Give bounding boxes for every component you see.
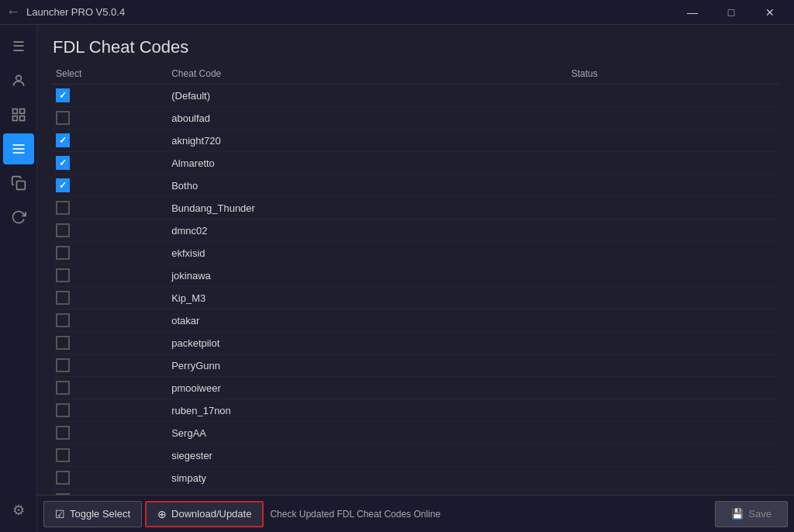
sidebar-item-refresh[interactable] xyxy=(3,202,34,233)
checkbox-3[interactable] xyxy=(56,133,70,147)
table-cell-name: Kip_M3 xyxy=(168,287,568,309)
checkbox-1[interactable] xyxy=(56,88,70,102)
col-header-select: Select xyxy=(53,64,168,85)
table-cell-status xyxy=(568,332,778,354)
table-cell-status xyxy=(568,174,778,197)
table-row: aknight720 xyxy=(53,130,778,152)
table-row: simpaty xyxy=(53,467,778,489)
checkbox-11[interactable] xyxy=(56,313,70,327)
checkbox-10[interactable] xyxy=(56,291,70,305)
checkbox-5[interactable] xyxy=(56,178,70,192)
sidebar-item-copy[interactable] xyxy=(3,168,34,199)
download-update-button[interactable]: ⊕ Download/Update xyxy=(145,501,264,527)
close-button[interactable]: ✕ xyxy=(752,0,788,25)
svg-rect-3 xyxy=(12,116,17,121)
maximize-button[interactable]: □ xyxy=(713,0,749,25)
toggle-select-icon: ☑ xyxy=(55,508,65,520)
main-layout: ☰ ⚙ xyxy=(0,25,794,532)
table-cell-select xyxy=(53,309,168,332)
table-cell-name: PerryGunn xyxy=(168,354,568,377)
table-cell-status xyxy=(568,107,778,130)
checkbox-17[interactable] xyxy=(56,448,70,462)
sidebar-item-list[interactable] xyxy=(3,133,34,164)
checkbox-2[interactable] xyxy=(56,111,70,125)
table-cell-status xyxy=(568,377,778,399)
footer: ☑ Toggle Select ⊕ Download/Update Check … xyxy=(37,495,794,532)
window-controls: — □ ✕ xyxy=(675,0,788,25)
table-cell-status xyxy=(568,399,778,422)
table-cell-select xyxy=(53,152,168,174)
checkbox-8[interactable] xyxy=(56,246,70,260)
table-cell-select xyxy=(53,377,168,399)
checkbox-7[interactable] xyxy=(56,223,70,237)
col-header-cheat: Cheat Code xyxy=(168,64,568,85)
sidebar-item-user[interactable] xyxy=(3,65,34,96)
table-cell-select xyxy=(53,422,168,444)
table-row: otakar xyxy=(53,309,778,332)
table-cell-select xyxy=(53,489,168,496)
sidebar-item-menu[interactable]: ☰ xyxy=(3,31,34,62)
table-cell-status xyxy=(568,242,778,264)
table-cell-select xyxy=(53,85,168,107)
checkbox-18[interactable] xyxy=(56,471,70,485)
table-row: SergAA xyxy=(53,422,778,444)
table-cell-select xyxy=(53,130,168,152)
back-button[interactable]: ← xyxy=(6,4,20,20)
table-cell-status xyxy=(568,264,778,287)
checkbox-14[interactable] xyxy=(56,381,70,395)
minimize-button[interactable]: — xyxy=(675,0,710,25)
checkbox-4[interactable] xyxy=(56,156,70,170)
table-cell-select xyxy=(53,219,168,242)
table-row: pmooiweer xyxy=(53,377,778,399)
table-cell-status xyxy=(568,467,778,489)
sidebar-item-grid[interactable] xyxy=(3,99,34,130)
table-cell-status xyxy=(568,354,778,377)
title-bar: ← Launcher PRO V5.0.4 — □ ✕ xyxy=(0,0,794,25)
checkbox-16[interactable] xyxy=(56,426,70,440)
table-row: dmnc02 xyxy=(53,219,778,242)
table-cell-name: siegester xyxy=(168,444,568,467)
table-cell-status xyxy=(568,444,778,467)
table-row: Bundang_Thunder xyxy=(53,197,778,219)
page-title: FDL Cheat Codes xyxy=(53,37,778,57)
table-row: Almaretto xyxy=(53,152,778,174)
table-cell-select xyxy=(53,399,168,422)
table-cell-status xyxy=(568,197,778,219)
app-title: Launcher PRO V5.0.4 xyxy=(26,6,675,18)
checkbox-13[interactable] xyxy=(56,358,70,372)
checkbox-15[interactable] xyxy=(56,403,70,417)
table-cell-select xyxy=(53,264,168,287)
table-cell-name: jokinawa xyxy=(168,264,568,287)
table-cell-select xyxy=(53,354,168,377)
toggle-select-label: Toggle Select xyxy=(70,508,130,520)
checkbox-12[interactable] xyxy=(56,336,70,350)
svg-rect-8 xyxy=(16,181,25,190)
table-cell-name: simpaty xyxy=(168,467,568,489)
download-icon: ⊕ xyxy=(157,508,167,520)
table-cell-status xyxy=(568,287,778,309)
table-cell-name: pmooiweer xyxy=(168,377,568,399)
table-row: aboulfad xyxy=(53,107,778,130)
table-cell-select xyxy=(53,332,168,354)
table-cell-status xyxy=(568,152,778,174)
table-row: ruben_17non xyxy=(53,399,778,422)
table-cell-name: Botho xyxy=(168,174,568,197)
sidebar-item-settings[interactable]: ⚙ xyxy=(3,495,34,526)
save-button[interactable]: 💾 Save xyxy=(715,501,788,527)
table-cell-name: Almaretto xyxy=(168,152,568,174)
checkbox-6[interactable] xyxy=(56,201,70,215)
table-row: ekfxisid xyxy=(53,242,778,264)
table-cell-select xyxy=(53,197,168,219)
table-cell-status xyxy=(568,219,778,242)
table-row: PerryGunn xyxy=(53,354,778,377)
table-cell-name: (Default) xyxy=(168,85,568,107)
svg-rect-4 xyxy=(19,116,24,121)
table-cell-name: otakar xyxy=(168,309,568,332)
svg-point-0 xyxy=(16,75,21,81)
toggle-select-button[interactable]: ☑ Toggle Select xyxy=(43,501,142,527)
checkbox-9[interactable] xyxy=(56,268,70,282)
col-header-status: Status xyxy=(568,64,778,85)
table-cell-select xyxy=(53,467,168,489)
page-header: FDL Cheat Codes xyxy=(37,25,794,64)
footer-info-text: Check Updated FDL Cheat Codes Online xyxy=(267,509,440,520)
